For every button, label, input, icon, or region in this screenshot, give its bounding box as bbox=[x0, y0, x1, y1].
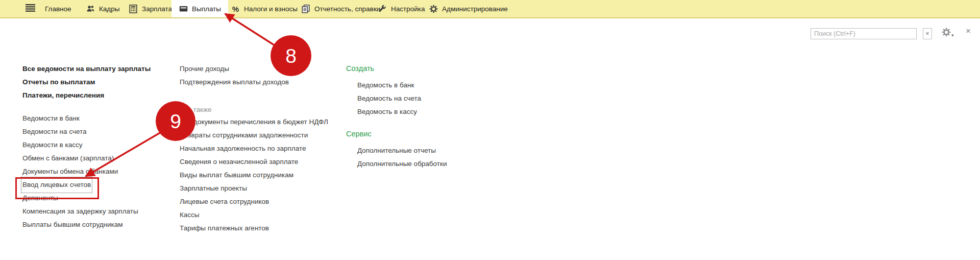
column-2-top-links: Прочие доходыПодтверждения выплаты доход… bbox=[180, 62, 289, 89]
menu-link-label: Выплаты бывшим сотрудникам bbox=[22, 221, 123, 228]
hamburger-icon bbox=[26, 4, 35, 14]
menu-link-featured[interactable]: Отчеты по выплатам bbox=[22, 76, 151, 89]
menu-link-label: Депоненты bbox=[22, 194, 58, 202]
menu-link[interactable]: Ведомость в кассу bbox=[357, 105, 421, 119]
menu-link-label: Ведомости в банк bbox=[22, 114, 80, 122]
main-menu-button[interactable] bbox=[23, 0, 37, 17]
payments-icon bbox=[179, 5, 188, 13]
menu-link[interactable]: Компенсация за задержку зарплаты bbox=[22, 205, 138, 218]
search-settings-button[interactable]: ▾ bbox=[942, 27, 957, 40]
menu-link-label: Ввод лицевых счетов bbox=[22, 178, 91, 192]
menu-link[interactable]: Начальная задолженность по зарплате bbox=[180, 142, 328, 155]
tab-label: Главное bbox=[45, 5, 71, 13]
tab-label: Зарплата bbox=[142, 5, 172, 13]
menu-link-label: Тарифы платежных агентов bbox=[180, 224, 269, 232]
menu-link-label: Дополнительные обработки bbox=[357, 160, 447, 168]
menu-link[interactable]: Тарифы платежных агентов bbox=[180, 222, 328, 235]
tab-reports[interactable]: Отчетность, справки bbox=[298, 0, 383, 17]
tab-settings[interactable]: Настройка bbox=[375, 0, 428, 17]
panel-close-button[interactable]: × bbox=[963, 25, 974, 38]
column-2-links: Все документы перечисления в бюджет НДФЛ… bbox=[180, 115, 328, 235]
menu-link-label: Платежи, перечисления bbox=[22, 91, 104, 99]
menu-link-label: Виды выплат бывшим сотрудникам bbox=[180, 171, 293, 179]
tab-main[interactable]: Главное bbox=[42, 0, 75, 17]
menu-link[interactable]: Депоненты bbox=[22, 192, 138, 205]
tab-label: Выплаты bbox=[192, 5, 221, 13]
menu-link[interactable]: Возвраты сотрудниками задолженности bbox=[180, 129, 328, 142]
menu-link[interactable]: Виды выплат бывшим сотрудникам bbox=[180, 169, 328, 182]
tab-label: Настройка bbox=[391, 5, 425, 13]
menu-link-label: Компенсация за задержку зарплаты bbox=[22, 207, 138, 215]
chevron-down-icon: ▾ bbox=[951, 33, 954, 38]
top-menubar: ГлавноеКадрыЗарплатаВыплаты%Налоги и взн… bbox=[0, 0, 980, 18]
menu-link[interactable]: Ввод лицевых счетов bbox=[22, 178, 138, 192]
menu-link-label: Возвраты сотрудниками задолженности bbox=[180, 131, 308, 139]
menu-link[interactable]: Все документы перечисления в бюджет НДФЛ bbox=[180, 115, 328, 129]
menu-link[interactable]: Кассы bbox=[180, 208, 328, 222]
tab-salary[interactable]: Зарплата bbox=[126, 0, 175, 17]
service-section-links: Дополнительные отчетыДополнительные обра… bbox=[357, 144, 447, 171]
calculator-icon bbox=[129, 5, 138, 13]
menu-link[interactable]: Ведомость на счета bbox=[357, 92, 421, 105]
menu-link-label: Начальная задолженность по зарплате bbox=[180, 145, 306, 152]
menu-link-label: Дополнительные отчеты bbox=[357, 147, 436, 154]
search-clear-button[interactable]: × bbox=[923, 28, 932, 39]
report-icon bbox=[301, 5, 310, 13]
menu-link-label: Прочие доходы bbox=[180, 65, 229, 73]
wrench-icon bbox=[378, 5, 387, 13]
tab-personnel[interactable]: Кадры bbox=[83, 0, 122, 17]
menu-link-featured[interactable]: Все ведомости на выплату зарплаты bbox=[22, 62, 151, 76]
menu-link-label: Подтверждения выплаты доходов bbox=[180, 78, 289, 86]
create-section-title: Создать bbox=[346, 61, 374, 76]
menu-link-label: Сведения о незачисленной зарплате bbox=[180, 158, 298, 166]
menu-link[interactable]: Документы обмена с банками bbox=[22, 165, 138, 178]
menu-link-label: Ведомости на счета bbox=[22, 128, 87, 135]
tab-label: Налоги и взносы bbox=[244, 5, 298, 13]
menu-link[interactable]: Выплаты бывшим сотрудникам bbox=[22, 218, 138, 231]
search-input[interactable] bbox=[811, 28, 917, 39]
menu-link[interactable]: Подтверждения выплаты доходов bbox=[180, 76, 289, 89]
tab-taxes[interactable]: %Налоги и взносы bbox=[228, 0, 301, 17]
menu-link-label: Лицевые счета сотрудников bbox=[180, 198, 269, 205]
payments-section-menu-panel: Все ведомости на выплату зарплатыОтчеты … bbox=[0, 18, 980, 260]
menu-link-label: Ведомость в кассу bbox=[357, 108, 417, 115]
menu-link-label: Ведомости в кассу bbox=[22, 141, 83, 149]
people-icon bbox=[86, 5, 95, 13]
menu-link-label: Обмен с банками (зарплата) bbox=[22, 154, 114, 162]
see-also-label: См. также bbox=[180, 103, 212, 116]
percent-icon: % bbox=[231, 5, 240, 13]
menu-link[interactable]: Сведения о незачисленной зарплате bbox=[180, 155, 328, 169]
menu-link[interactable]: Лицевые счета сотрудников bbox=[180, 195, 328, 208]
menu-link-label: Ведомость в банк bbox=[357, 81, 414, 89]
menu-link[interactable]: Ведомости в кассу bbox=[22, 138, 138, 152]
menu-link[interactable]: Ведомости в банк bbox=[22, 112, 138, 125]
menu-link[interactable]: Ведомости на счета bbox=[22, 125, 138, 138]
menu-link[interactable]: Обмен с банками (зарплата) bbox=[22, 152, 138, 165]
tab-payments[interactable]: Выплаты bbox=[172, 0, 228, 17]
menu-link-label: Зарплатные проекты bbox=[180, 184, 247, 192]
menu-link-label: Все ведомости на выплату зарплаты bbox=[22, 65, 151, 73]
tab-label: Кадры bbox=[99, 5, 119, 13]
menu-link[interactable]: Ведомость в банк bbox=[357, 79, 421, 92]
column-featured-links: Все ведомости на выплату зарплатыОтчеты … bbox=[22, 62, 151, 102]
menu-link-label: Документы обмена с банками bbox=[22, 168, 118, 175]
menu-link-featured[interactable]: Платежи, перечисления bbox=[22, 89, 151, 102]
tab-administration[interactable]: Администрирование bbox=[426, 0, 511, 17]
menu-link[interactable]: Дополнительные обработки bbox=[357, 157, 447, 171]
menu-link-label: Все документы перечисления в бюджет НДФЛ bbox=[180, 118, 328, 126]
menu-link[interactable]: Зарплатные проекты bbox=[180, 182, 328, 195]
menu-link[interactable]: Дополнительные отчеты bbox=[357, 144, 447, 157]
gear-icon bbox=[942, 28, 951, 39]
menu-link[interactable]: Прочие доходы bbox=[180, 62, 289, 76]
tab-label: Отчетность, справки bbox=[314, 5, 380, 13]
menu-link-label: Кассы bbox=[180, 211, 200, 219]
tab-label: Администрирование bbox=[442, 5, 508, 13]
column-1-links: Ведомости в банкВедомости на счетаВедомо… bbox=[22, 112, 138, 231]
create-section-links: Ведомость в банкВедомость на счетаВедомо… bbox=[357, 79, 421, 119]
service-section-title: Сервис bbox=[346, 127, 372, 141]
menu-link-label: Ведомость на счета bbox=[357, 94, 421, 102]
gear-icon bbox=[429, 5, 438, 13]
svg-text:%: % bbox=[232, 5, 238, 13]
menu-link-label: Отчеты по выплатам bbox=[22, 78, 95, 86]
